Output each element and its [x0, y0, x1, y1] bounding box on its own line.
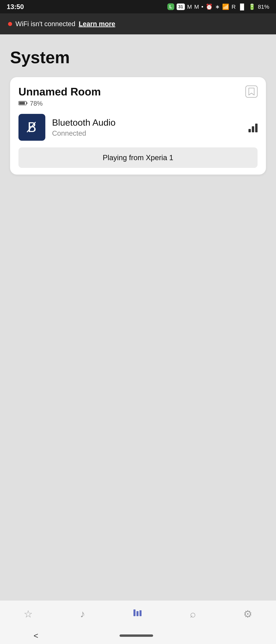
- svg-rect-4: [136, 611, 139, 616]
- nav-item-system[interactable]: [129, 604, 146, 624]
- status-time: 13:50: [7, 3, 24, 10]
- device-icon-box: B̸: [19, 114, 45, 141]
- home-indicator[interactable]: [120, 634, 153, 637]
- nav-item-music[interactable]: ♪: [77, 605, 89, 623]
- signal-status-icon: R: [231, 4, 236, 10]
- search-icon: ⌕: [190, 608, 196, 620]
- svg-rect-2: [19, 102, 25, 104]
- svg-rect-5: [140, 610, 142, 616]
- alarm-icon: ⏰: [206, 3, 213, 10]
- battery-status-icon: 🔋: [248, 3, 255, 10]
- room-info: Unnamed Room 78%: [19, 86, 101, 107]
- gmail-icon: M: [187, 4, 192, 10]
- room-name: Unnamed Room: [19, 86, 101, 98]
- room-battery-info: 78%: [19, 100, 101, 107]
- device-info: Bluetooth Audio Connected: [52, 117, 242, 137]
- cell-signal-icon: ▐▌: [238, 4, 246, 10]
- music-icon: ♪: [80, 608, 85, 620]
- device-row[interactable]: B̸ Bluetooth Audio Connected: [19, 114, 257, 141]
- wifi-banner[interactable]: WiFi isn't connected Learn more: [0, 14, 276, 34]
- room-card-header: Unnamed Room 78%: [19, 86, 257, 107]
- status-bar: 13:50 L 31 M M • ⏰ ∗ 📶 R ▐▌ 🔋 81%: [0, 0, 276, 14]
- system-navigation-bar: <: [0, 627, 276, 644]
- nav-bar: ☆ ♪ ⌕ ⚙: [0, 600, 276, 627]
- wifi-learn-more-link[interactable]: Learn more: [79, 20, 115, 28]
- settings-icon: ⚙: [243, 608, 252, 620]
- playing-from-button[interactable]: Playing from Xperia 1: [19, 148, 257, 168]
- device-name: Bluetooth Audio: [52, 117, 242, 128]
- battery-icon-inline: [19, 100, 28, 107]
- nav-item-search[interactable]: ⌕: [186, 605, 199, 623]
- main-content: System Unnamed Room 78%: [0, 34, 276, 174]
- bluetooth-icon: B̸: [27, 120, 37, 135]
- battery-percentage: 78%: [30, 100, 43, 107]
- wifi-banner-text: WiFi isn't connected: [16, 20, 75, 28]
- bluetooth-status-icon: ∗: [215, 3, 220, 10]
- nav-item-favorites[interactable]: ☆: [20, 605, 36, 623]
- battery-svg-icon: [19, 100, 28, 106]
- status-icons: L 31 M M • ⏰ ∗ 📶 R ▐▌ 🔋 81%: [167, 3, 269, 10]
- line-app-icon: L: [167, 3, 174, 10]
- battery-percent: 81%: [258, 4, 269, 10]
- page-title: System: [10, 48, 266, 67]
- bookmark-icon[interactable]: [245, 86, 257, 98]
- bottom-navigation: ☆ ♪ ⌕ ⚙ <: [0, 600, 276, 644]
- gmail2-icon: M: [194, 4, 199, 10]
- calendar-app-icon: 31: [177, 4, 185, 10]
- system-icon: [132, 608, 143, 620]
- svg-rect-3: [133, 610, 135, 616]
- signal-strength-icon: [248, 122, 257, 132]
- back-button[interactable]: <: [34, 631, 38, 640]
- favorites-icon: ☆: [24, 608, 33, 620]
- room-card: Unnamed Room 78%: [10, 77, 266, 174]
- device-status: Connected: [52, 129, 242, 137]
- dot-icon: •: [201, 4, 203, 10]
- svg-rect-1: [26, 102, 27, 104]
- nav-item-settings[interactable]: ⚙: [240, 605, 256, 623]
- wifi-status-icon: 📶: [222, 3, 229, 10]
- wifi-status-dot: [8, 22, 12, 26]
